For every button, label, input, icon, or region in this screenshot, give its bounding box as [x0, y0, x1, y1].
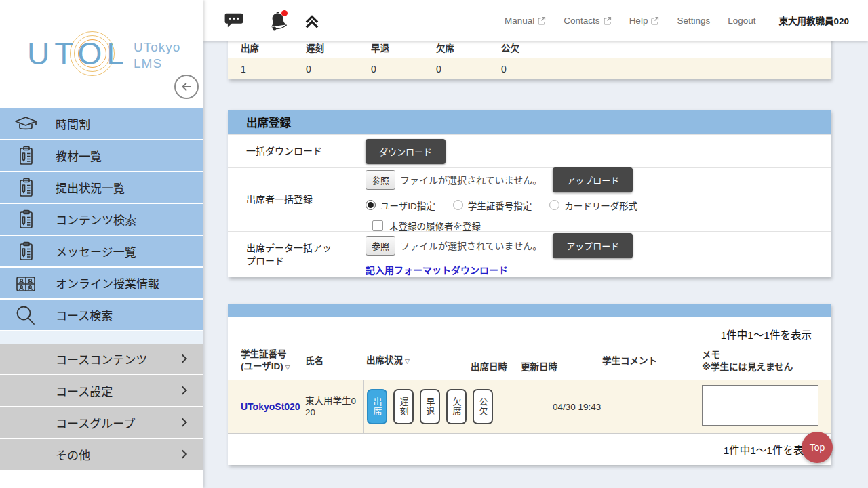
download-button[interactable]: ダウンロード — [366, 139, 446, 164]
summary-value-present: 1 — [228, 64, 293, 75]
clipboard-icon — [14, 144, 38, 167]
help-link[interactable]: Help — [629, 16, 660, 26]
sidebar-item-content-search[interactable]: コンテンツ検索 — [0, 204, 203, 236]
memo-cell — [696, 385, 831, 428]
status-present-button[interactable]: 出席 — [367, 389, 387, 424]
clipboard-icon — [14, 240, 38, 263]
column-name: 氏名 — [302, 355, 363, 367]
radio-user-id[interactable]: ユーザID指定 — [366, 199, 435, 212]
external-link-icon — [650, 16, 659, 25]
utol-logo-subtitle: UTokyo LMS — [134, 39, 180, 72]
sidebar-item-others[interactable]: その他 — [0, 439, 203, 471]
no-file-selected-text: ファイルが選択されていません。 — [400, 239, 542, 252]
summary-header-excused: 公欠 — [488, 41, 553, 54]
register-unenrolled-option: 未登録の履修者を登録 — [372, 219, 637, 232]
register-type-radios: ユーザID指定 学生証番号指定 カードリーダ形式 — [366, 199, 637, 212]
bulk-upload-label: 出席データ一括アップロード — [246, 242, 366, 268]
summary-header-late: 遅刻 — [293, 41, 358, 54]
result-count-top: 1件中1〜1件を表示 — [228, 317, 831, 342]
student-id-link[interactable]: UTokyoSt020 — [228, 401, 302, 412]
arrow-left-icon — [180, 80, 193, 94]
chevron-right-icon — [178, 354, 187, 363]
status-late-button[interactable]: 遅刻 — [393, 389, 414, 424]
manual-link[interactable]: Manual — [505, 16, 546, 26]
bulk-download-row: 一括ダウンロード ダウンロード — [228, 134, 831, 167]
logout-link[interactable]: Logout — [728, 16, 755, 26]
table-header-row: 学生証番号 (ユーザID)▽ 氏名 出席状況▽ 出席日時 更新日時 学生コメント… — [228, 342, 831, 380]
browse-button[interactable]: 参照 — [366, 236, 395, 256]
notifications-bell-icon[interactable] — [267, 9, 290, 31]
sidebar-item-timetable[interactable]: 時間割 — [0, 108, 203, 140]
sort-icon[interactable]: ▽ — [285, 364, 290, 371]
student-attendance-table: 1件中1〜1件を表示 学生証番号 (ユーザID)▽ 氏名 出席状況▽ 出席日時 … — [228, 304, 831, 465]
memo-textarea[interactable] — [702, 385, 818, 426]
summary-value-late: 0 — [293, 64, 358, 75]
sidebar-item-course-group[interactable]: コースグループ — [0, 407, 203, 439]
current-username: 東大用教職員020 — [778, 14, 849, 27]
bulk-download-label: 一括ダウンロード — [246, 145, 366, 158]
table-row: UTokyoSt020 東大用学生020 出席 遅刻 早退 欠席 公欠 04/3… — [228, 380, 831, 433]
sidebar-divider-strip — [0, 331, 203, 344]
column-updated-time: 更新日時 — [516, 361, 594, 373]
graduation-cap-icon — [14, 113, 38, 136]
bulk-upload-row: 出席データ一括アップロード 参照 ファイルが選択されていません。 アップロード … — [228, 231, 831, 277]
sidebar-item-course-settings[interactable]: コース設定 — [0, 375, 203, 407]
register-unenrolled-checkbox[interactable] — [372, 220, 383, 231]
summary-value-row: 1 0 0 0 0 — [228, 58, 831, 79]
attendance-register-section: 出席登録 一括ダウンロード ダウンロード 出席者一括登録 参照 ファイルが選択さ… — [228, 110, 831, 277]
column-student-comment: 学生コメント — [594, 355, 696, 367]
sidebar-item-messages[interactable]: メッセージ一覧 — [0, 236, 203, 268]
scroll-top-chevrons-icon[interactable] — [302, 11, 321, 30]
summary-header-early: 早退 — [358, 41, 423, 54]
student-name: 東大用学生020 — [302, 395, 363, 418]
summary-value-early: 0 — [358, 64, 423, 75]
radio-button-icon — [549, 200, 559, 210]
summary-header-present: 出席 — [228, 41, 293, 54]
status-excused-button[interactable]: 公欠 — [473, 389, 493, 424]
sort-icon[interactable]: ▽ — [405, 358, 410, 365]
chevron-right-icon — [178, 449, 187, 458]
status-button-group: 出席 遅刻 早退 欠席 公欠 — [363, 380, 465, 433]
radio-button-icon — [453, 200, 463, 210]
table-top-bar — [228, 304, 831, 317]
logo-area: UTOL UTokyo LMS — [0, 0, 203, 108]
column-student-id[interactable]: 学生証番号 (ユーザID)▽ — [228, 348, 302, 373]
bulk-register-label: 出席者一括登録 — [246, 193, 366, 206]
sidebar-item-online-class-info[interactable]: オンライン授業情報 — [0, 268, 203, 300]
messages-icon[interactable] — [224, 12, 244, 30]
radio-card-reader[interactable]: カードリーダ形式 — [549, 199, 637, 212]
bulk-register-row: 出席者一括登録 参照 ファイルが選択されていません。 アップロード ユーザID指… — [228, 167, 831, 231]
topbar: Manual Contacts Help Settings Logout 東大用… — [203, 0, 868, 41]
summary-value-absent: 0 — [423, 64, 488, 75]
chevron-right-icon — [178, 418, 187, 426]
sidebar-item-course-search[interactable]: コース検索 — [0, 300, 203, 331]
external-link-icon — [537, 16, 546, 25]
sidebar-item-course-contents[interactable]: コースコンテンツ — [0, 344, 203, 375]
upload-button[interactable]: アップロード — [553, 167, 633, 192]
bulk-upload-controls: 参照 ファイルが選択されていません。 アップロード 記入用フォーマットダウンロー… — [366, 233, 633, 277]
online-class-icon — [14, 272, 38, 295]
format-download-link[interactable]: 記入用フォーマットダウンロード — [366, 263, 508, 277]
result-count-bottom: 1件中1〜1件を表示 — [228, 433, 831, 465]
column-memo: メモ ※学生には見えません — [696, 349, 831, 373]
attendance-summary-table: 出席 遅刻 早退 欠席 公欠 1 0 0 0 0 — [228, 37, 831, 79]
utol-logo: UTOL — [27, 35, 129, 72]
status-early-leave-button[interactable]: 早退 — [420, 389, 440, 424]
upload-button[interactable]: アップロード — [553, 233, 633, 258]
sidebar-item-materials[interactable]: 教材一覧 — [0, 140, 203, 172]
sidebar-item-submission-status[interactable]: 提出状況一覧 — [0, 172, 203, 204]
column-status[interactable]: 出席状況▽ — [363, 354, 465, 367]
topbar-links: Manual Contacts Help Settings Logout 東大用… — [505, 14, 868, 27]
external-link-icon — [603, 16, 612, 25]
register-unenrolled-label: 未登録の履修者を登録 — [389, 219, 481, 232]
status-absent-button[interactable]: 欠席 — [446, 389, 467, 424]
settings-link[interactable]: Settings — [677, 16, 710, 26]
back-to-top-button[interactable]: Top — [802, 432, 833, 463]
browse-button[interactable]: 参照 — [366, 170, 395, 190]
updated-time-value: 04/30 19:43 — [516, 402, 594, 412]
clipboard-icon — [14, 208, 38, 231]
radio-student-number[interactable]: 学生証番号指定 — [453, 199, 532, 212]
contacts-link[interactable]: Contacts — [564, 16, 611, 26]
clipboard-icon — [14, 176, 38, 199]
sidebar-collapse-button[interactable] — [174, 75, 199, 99]
